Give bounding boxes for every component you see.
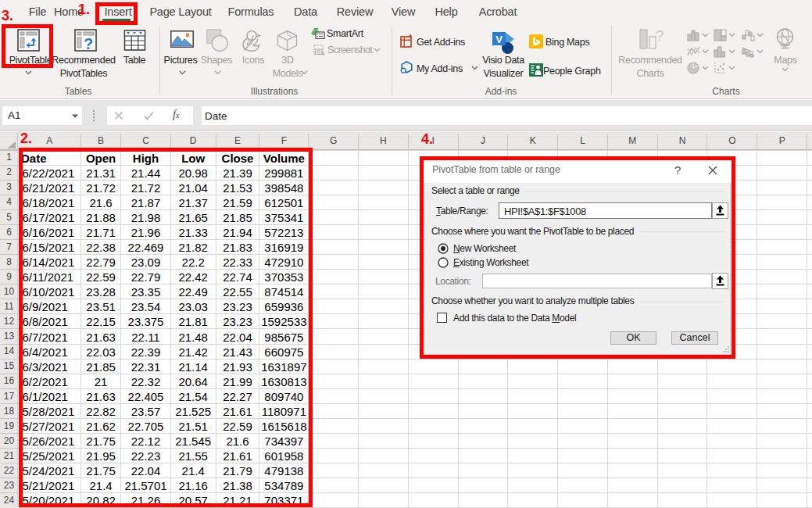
svg-text:?: ? [84,35,93,52]
svg-text:?: ? [656,29,664,44]
svg-text:V: V [495,34,503,45]
